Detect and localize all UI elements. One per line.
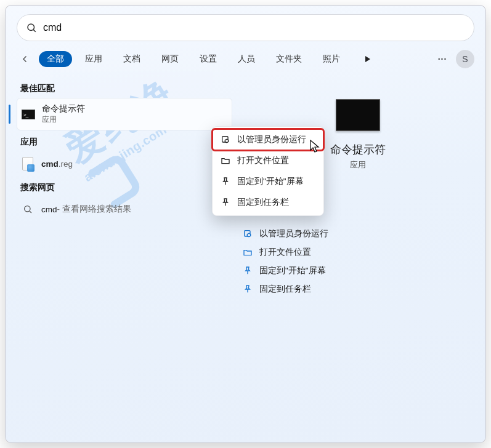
- action-pin-taskbar[interactable]: 固定到任务栏: [238, 280, 482, 298]
- pin-icon: [242, 284, 253, 295]
- action-run-as-admin[interactable]: 以管理员身份运行: [238, 225, 482, 243]
- ctx-run-as-admin[interactable]: 以管理员身份运行: [213, 129, 323, 150]
- svg-line-1: [33, 30, 35, 31]
- shield-icon: [220, 134, 231, 145]
- search-input[interactable]: [43, 22, 465, 33]
- tab-people[interactable]: 人员: [230, 51, 263, 67]
- folder-icon: [220, 155, 231, 166]
- tabs-row: 全部 应用 文档 网页 设置 人员 文件夹 照片 ··· S: [6, 41, 485, 73]
- svg-point-0: [28, 24, 34, 31]
- app-result-name: cmd: [41, 159, 59, 169]
- ctx-label: 固定到"开始"屏幕: [237, 176, 304, 187]
- apps-header: 应用: [17, 130, 232, 151]
- search-icon: [20, 202, 35, 217]
- more-options-button[interactable]: ···: [434, 50, 451, 68]
- action-label: 固定到任务栏: [259, 284, 311, 295]
- app-result-ext: .reg: [59, 159, 73, 169]
- action-label: 固定到"开始"屏幕: [259, 265, 326, 276]
- results-panel: 最佳匹配 命令提示符 应用 应用 cmd.reg 搜索网页: [6, 73, 233, 438]
- cursor-icon: [310, 140, 321, 154]
- action-open-location[interactable]: 打开文件位置: [238, 243, 482, 262]
- web-header: 搜索网页: [17, 176, 232, 197]
- web-result[interactable]: cmd - 查看网络搜索结果: [17, 197, 232, 222]
- pin-icon: [220, 197, 231, 208]
- shield-icon: [242, 228, 253, 239]
- tab-apps[interactable]: 应用: [77, 51, 110, 67]
- reg-file-icon: [20, 156, 35, 171]
- more-tabs-button[interactable]: [359, 50, 376, 68]
- ctx-open-location[interactable]: 打开文件位置: [213, 150, 323, 171]
- back-button[interactable]: [17, 50, 34, 68]
- best-match-result[interactable]: 命令提示符 应用: [17, 98, 232, 130]
- tab-docs[interactable]: 文档: [115, 51, 148, 67]
- avatar[interactable]: S: [456, 50, 474, 68]
- ctx-pin-taskbar[interactable]: 固定到任务栏: [213, 192, 323, 213]
- tab-settings[interactable]: 设置: [192, 51, 225, 67]
- web-result-suffix: - 查看网络搜索结果: [57, 204, 131, 215]
- action-label: 以管理员身份运行: [259, 228, 328, 239]
- ctx-label: 固定到任务栏: [237, 197, 289, 208]
- tab-web[interactable]: 网页: [153, 51, 187, 67]
- tab-all[interactable]: 全部: [39, 51, 72, 67]
- svg-point-2: [25, 206, 30, 212]
- action-pin-start[interactable]: 固定到"开始"屏幕: [238, 262, 482, 280]
- tab-photos[interactable]: 照片: [315, 51, 348, 67]
- search-window: 爱纯净 aichunjing.com 全部 应用 文档 网页 设置 人员 文件夹…: [5, 5, 486, 443]
- preview-app-icon: [336, 99, 380, 131]
- best-match-header: 最佳匹配: [17, 77, 232, 98]
- action-label: 打开文件位置: [259, 247, 311, 258]
- ctx-label: 以管理员身份运行: [237, 134, 306, 145]
- best-match-title: 命令提示符: [42, 103, 85, 114]
- ctx-pin-start[interactable]: 固定到"开始"屏幕: [213, 171, 323, 192]
- best-match-subtitle: 应用: [42, 114, 85, 125]
- preview-actions: 以管理员身份运行 打开文件位置 固定到"开始"屏幕: [233, 225, 482, 298]
- context-menu: 以管理员身份运行 打开文件位置 固定到"开始"屏幕 固定到任务栏: [212, 126, 324, 216]
- svg-line-3: [30, 211, 31, 213]
- cmd-icon: [21, 107, 36, 122]
- tab-folders[interactable]: 文件夹: [268, 51, 310, 67]
- search-icon: [26, 22, 37, 33]
- ctx-label: 打开文件位置: [237, 155, 289, 166]
- web-result-term: cmd: [41, 205, 57, 214]
- search-bar[interactable]: [17, 14, 474, 41]
- app-result-cmdreg[interactable]: cmd.reg: [17, 151, 232, 176]
- folder-icon: [242, 247, 253, 258]
- pin-icon: [220, 176, 231, 187]
- pin-icon: [242, 265, 253, 276]
